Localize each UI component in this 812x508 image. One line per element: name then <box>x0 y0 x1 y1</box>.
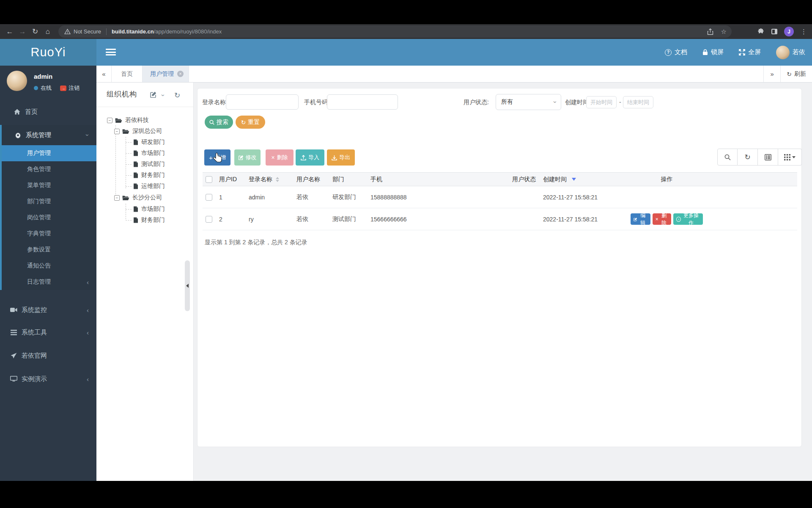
edit-button[interactable]: 修改 <box>234 149 261 166</box>
col-created-time[interactable]: 创建时间 <box>539 176 631 183</box>
sidebar-item-log-management[interactable]: 日志管理 ‹ <box>2 274 96 290</box>
sidebar-item-role-management[interactable]: 角色管理 <box>2 161 96 177</box>
sidebar-item-param-settings[interactable]: 参数设置 <box>2 242 96 258</box>
sort-desc-icon <box>572 178 576 181</box>
circle-arrow-icon: › <box>676 217 681 222</box>
logout-link[interactable]: 注销 <box>69 84 80 92</box>
cross-icon: × <box>271 154 274 161</box>
row-edit-button[interactable]: 编辑 <box>631 213 650 225</box>
tree-node-dept[interactable]: 研发部门 <box>126 137 165 147</box>
sidebar-item-menu-management[interactable]: 菜单管理 <box>2 177 96 193</box>
tab-home[interactable]: 首页 <box>112 66 143 82</box>
columns-toggle-icon[interactable] <box>778 149 802 166</box>
tree-node-dept[interactable]: 测试部门 <box>126 159 165 169</box>
lock-screen-link[interactable]: 锁屏 <box>702 48 724 56</box>
tree-expander-icon[interactable]: − <box>114 129 120 134</box>
tree-node-dept[interactable]: 财务部门 <box>126 215 165 225</box>
cell-created-time: 2022-11-27 15:58:21 <box>539 216 631 223</box>
row-more-button[interactable]: › 更多操作 <box>673 213 703 225</box>
tree-node-root[interactable]: − 若依科技 <box>107 115 149 125</box>
sidebar-item-home[interactable]: 首页 <box>0 103 96 121</box>
tree-node-dept[interactable]: 市场部门 <box>126 204 165 214</box>
download-icon <box>332 155 337 160</box>
phone-input[interactable] <box>327 94 398 110</box>
col-phone: 手机 <box>366 176 508 183</box>
edit-button-label: 修改 <box>246 154 257 161</box>
tree-expander-icon[interactable]: − <box>114 195 120 201</box>
cell-phone: 15666666666 <box>366 216 508 223</box>
share-icon[interactable] <box>707 28 713 35</box>
import-button[interactable]: 导入 <box>296 149 324 166</box>
sidebar-item-system-management[interactable]: 系统管理 › <box>2 125 96 145</box>
sidebar-item-system-monitor[interactable]: 系统监控 ‹ <box>0 301 96 319</box>
browser-profile-avatar[interactable]: J <box>784 27 794 36</box>
fullscreen-link[interactable]: 全屏 <box>739 48 761 56</box>
tab-user-management[interactable]: 用户管理 × <box>143 66 189 82</box>
cell-dept: 测试部门 <box>328 215 366 223</box>
docs-link[interactable]: ? 文档 <box>665 48 687 56</box>
app-logo[interactable]: RuoYi <box>0 39 96 66</box>
edit-tree-icon[interactable] <box>150 91 157 99</box>
refresh-table-icon[interactable]: ↻ <box>738 149 758 166</box>
date-end-input[interactable] <box>623 96 653 108</box>
card-view-icon[interactable] <box>758 149 778 166</box>
show-search-icon[interactable] <box>717 149 738 166</box>
tree-connector <box>126 220 132 221</box>
user-status-select[interactable]: 所有 › <box>496 94 561 110</box>
user-menu[interactable]: 若依 <box>776 46 805 59</box>
select-all-checkbox[interactable] <box>206 176 212 183</box>
tree-node-branch[interactable]: − 长沙分公司 <box>114 193 162 203</box>
export-button[interactable]: 导出 <box>327 149 355 166</box>
login-name-input[interactable] <box>226 94 299 110</box>
tabs-scroll-right-icon[interactable]: » <box>763 66 780 82</box>
row-delete-button[interactable]: × 删除 <box>653 213 671 225</box>
tree-refresh-icon[interactable]: ↻ <box>174 91 180 100</box>
sidebar-toggle-icon[interactable] <box>106 48 116 56</box>
search-button[interactable]: 搜索 <box>205 116 233 129</box>
reload-icon[interactable]: ↻ <box>29 27 41 36</box>
users-table: 用户ID 登录名称 用户名称 部门 手机 用户状态 创建时间 操作 1 admi… <box>203 172 797 230</box>
home-icon[interactable]: ⌂ <box>41 28 54 36</box>
tab-close-icon[interactable]: × <box>177 71 184 77</box>
bookmark-star-icon[interactable]: ☆ <box>721 28 727 36</box>
submenu-label: 字典管理 <box>27 230 51 237</box>
row-checkbox[interactable] <box>206 216 212 223</box>
panel-collapse-handle[interactable] <box>185 260 190 311</box>
sidebar-item-label: 若依官网 <box>22 352 47 360</box>
tree-node-company[interactable]: − 深圳总公司 <box>114 126 162 136</box>
file-icon <box>133 161 138 167</box>
delete-button[interactable]: × 删除 <box>266 149 294 166</box>
sidebar-item-demo[interactable]: 实例演示 ‹ <box>0 370 96 388</box>
tab-refresh-button[interactable]: ↻ 刷新 <box>780 66 812 82</box>
tabs-scroll-left-icon[interactable]: « <box>96 66 112 82</box>
tree-node-dept[interactable]: 财务部门 <box>126 170 165 180</box>
date-start-input[interactable] <box>586 96 617 108</box>
tree-collapse-chevron-icon[interactable]: › <box>160 94 167 97</box>
sidebar-item-post-management[interactable]: 岗位管理 <box>2 210 96 226</box>
tree-node-dept[interactable]: 运维部门 <box>126 181 165 191</box>
sidebar-item-dept-management[interactable]: 部门管理 <box>2 193 96 210</box>
sort-icons[interactable] <box>276 177 279 182</box>
row-checkbox[interactable] <box>206 194 212 201</box>
sidebar-item-official-site[interactable]: 若依官网 <box>0 346 96 365</box>
tree-node-dept[interactable]: 市场部门 <box>126 148 165 158</box>
add-button[interactable]: + 新增 <box>204 149 230 166</box>
sidebar-item-notice[interactable]: 通知公告 <box>2 258 96 274</box>
app-header: RuoYi ? 文档 锁屏 全屏 若依 <box>0 39 812 66</box>
sidebar-item-dict-management[interactable]: 字典管理 <box>2 226 96 242</box>
sidebar-item-system-tools[interactable]: 系统工具 ‹ <box>0 323 96 342</box>
url-domain: build.titanide.cn <box>112 28 154 35</box>
extensions-puzzle-icon[interactable] <box>757 28 765 35</box>
reset-button[interactable]: ↻ 重置 <box>236 116 265 129</box>
back-icon[interactable]: ← <box>3 28 16 36</box>
tree-expander-icon[interactable]: − <box>107 118 112 123</box>
address-bar[interactable]: Not Secure build.titanide.cn/app/demo/ru… <box>58 25 732 38</box>
tree-node-label: 财务部门 <box>141 216 165 224</box>
split-screen-icon[interactable] <box>771 29 777 34</box>
forward-icon[interactable]: → <box>16 28 29 36</box>
sidebar-item-user-management[interactable]: 用户管理 <box>2 145 96 161</box>
col-login-name[interactable]: 登录名称 <box>245 176 292 183</box>
cell-user-id: 1 <box>215 194 245 201</box>
browser-menu-icon[interactable]: ⋮ <box>801 28 807 36</box>
table-row: 2 ry 若依 测试部门 15666666666 2022-11-27 15:5… <box>203 208 797 230</box>
